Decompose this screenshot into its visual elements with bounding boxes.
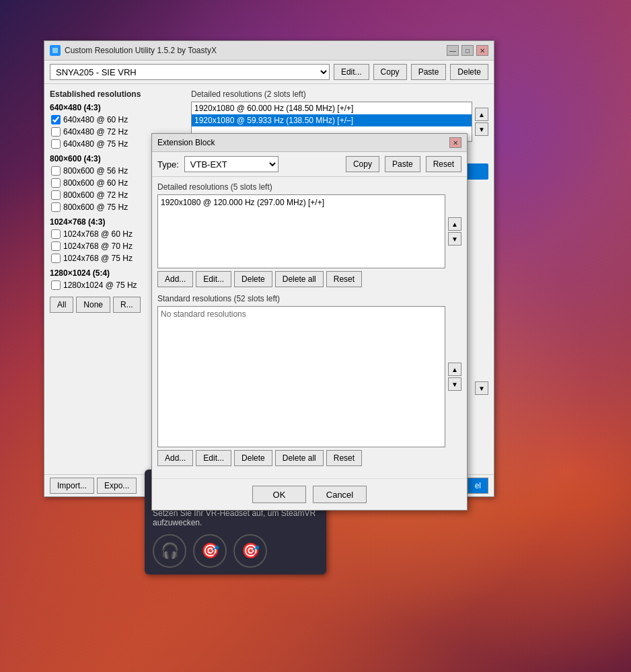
detailed-res-item-1[interactable]: 1920x1080 @ 60.000 Hz (148.50 MHz) [+/+] <box>192 102 472 114</box>
ext-reset-btn[interactable]: Reset <box>426 156 461 172</box>
copy-button[interactable]: Copy <box>373 64 407 80</box>
res-800-75-checkbox[interactable] <box>51 202 61 212</box>
ext-std-reset[interactable]: Reset <box>326 450 362 466</box>
type-label: Type: <box>157 159 179 170</box>
device-select[interactable]: SNYA205 - SIE VRH <box>50 64 330 80</box>
delete-button[interactable]: Delete <box>450 64 488 80</box>
ext-titlebar: Extension Block ✕ <box>152 134 467 152</box>
detail-up-arrow[interactable]: ▲ <box>475 108 488 121</box>
res-1280-75-checkbox[interactable] <box>51 281 61 290</box>
ext-detail-up[interactable]: ▲ <box>448 217 461 231</box>
ext-detail-delete[interactable]: Delete <box>234 271 272 287</box>
ext-toolbar: Type: VTB-EXT Copy Paste Reset <box>152 152 467 177</box>
cancel-button[interactable]: Cancel <box>313 486 367 503</box>
detail-down-arrow[interactable]: ▼ <box>475 122 488 136</box>
res-1024-60-checkbox[interactable] <box>51 229 61 239</box>
ext-std-edit[interactable]: Edit... <box>196 450 231 466</box>
paste-button[interactable]: Paste <box>411 64 447 80</box>
steamvr-headset-icon: 🎧 <box>153 534 186 568</box>
ext-std-up[interactable]: ▲ <box>448 363 461 376</box>
detailed-res-item-2[interactable]: 1920x1080 @ 59.933 Hz (138.50 MHz) [+/–] <box>192 114 472 126</box>
cru-maximize-btn[interactable]: □ <box>461 45 474 56</box>
res-1024-70-checkbox[interactable] <box>51 241 61 251</box>
steamvr-icons: 🎧 🎯 🎯 <box>153 534 318 568</box>
cru-toolbar: SNYA205 - SIE VRH Edit... Copy Paste Del… <box>44 61 494 84</box>
res-800-60-checkbox[interactable] <box>51 178 61 188</box>
ext-footer: OK Cancel <box>152 478 467 510</box>
ext-paste-btn[interactable]: Paste <box>385 156 420 172</box>
none-button[interactable]: None <box>76 297 110 313</box>
res-640-72-label: 640x480 @ 72 Hz <box>63 127 128 137</box>
res-800-72-checkbox[interactable] <box>51 190 61 200</box>
ext-copy-btn[interactable]: Copy <box>346 156 379 172</box>
ok-button[interactable]: OK <box>252 486 306 503</box>
ext-std-add[interactable]: Add... <box>157 450 193 466</box>
svg-rect-1 <box>52 48 58 53</box>
ext-std-down[interactable]: ▼ <box>448 377 461 391</box>
export-btn[interactable]: Expo... <box>97 478 137 494</box>
res-1024-75-checkbox[interactable] <box>51 254 61 263</box>
ext-detail-reset[interactable]: Reset <box>326 271 362 287</box>
ext-std-delete-all[interactable]: Delete all <box>275 450 324 466</box>
res-800-75-label: 800x600 @ 75 Hz <box>63 202 128 212</box>
extension-block-dialog: Extension Block ✕ Type: VTB-EXT Copy Pas… <box>151 133 468 511</box>
res-1280-75-label: 1280x1024 @ 75 Hz <box>63 281 137 290</box>
res-640-60: 640x480 @ 60 Hz <box>50 114 184 126</box>
ext-detail-delete-all[interactable]: Delete all <box>275 271 324 287</box>
ext-std-delete[interactable]: Delete <box>234 450 272 466</box>
no-standard-label: No standard resolutions <box>161 309 246 319</box>
import-btn[interactable]: Import... <box>50 478 94 494</box>
res-1024-60-label: 1024x768 @ 60 Hz <box>63 229 133 239</box>
all-button[interactable]: All <box>50 297 73 313</box>
ext-close-btn[interactable]: ✕ <box>449 137 461 148</box>
ext-detail-actions: Add... Edit... Delete Delete all Reset <box>157 271 461 287</box>
steamvr-text: Setzen Sie Ihr VR-Headset auf, um SteamV… <box>153 509 318 527</box>
ext-body: Detailed resolutions (5 slots left) 1920… <box>152 177 467 478</box>
detailed-res-header: Detailed resolutions (2 slots left) <box>191 89 488 99</box>
cru-titlebar: Custom Resolution Utility 1.5.2 by Toast… <box>44 41 494 61</box>
reset-small-button[interactable]: R... <box>113 297 141 313</box>
res-1024-75-label: 1024x768 @ 75 Hz <box>63 254 133 263</box>
res-800-56-label: 800x600 @ 56 Hz <box>63 166 128 176</box>
res-640-72-checkbox[interactable] <box>51 127 61 137</box>
res-800-72-label: 800x600 @ 72 Hz <box>63 190 128 200</box>
ext-detail-down[interactable]: ▼ <box>448 232 461 246</box>
cru-minimize-btn[interactable]: — <box>447 45 459 56</box>
cru-window-controls: — □ ✕ <box>447 45 488 56</box>
steamvr-controller-icon-1: 🎯 <box>193 534 227 568</box>
cru-app-icon <box>50 45 61 56</box>
ext-title: Extension Block <box>157 138 215 147</box>
ext-detail-add[interactable]: Add... <box>157 271 193 287</box>
res-800-56-checkbox[interactable] <box>51 166 61 176</box>
std-section-label: Standard resolutions (52 slots left) <box>157 294 461 303</box>
cru-title-left: Custom Resolution Utility 1.5.2 by Toast… <box>50 45 217 56</box>
cru-close-btn[interactable]: ✕ <box>476 45 488 56</box>
established-res-header: Established resolutions <box>50 89 184 99</box>
ext-detail-edit[interactable]: Edit... <box>196 271 231 287</box>
ext-standard-res-list[interactable]: No standard resolutions <box>157 306 445 447</box>
res-1024-70-label: 1024x768 @ 70 Hz <box>63 241 133 251</box>
res-800-60-label: 800x600 @ 60 Hz <box>63 178 128 188</box>
detail-section-label: Detailed resolutions (5 slots left) <box>157 182 461 192</box>
ext-std-actions: Add... Edit... Delete Delete all Reset <box>157 450 461 466</box>
res-640-60-checkbox[interactable] <box>51 115 61 124</box>
res-640-60-label: 640x480 @ 60 Hz <box>63 115 128 124</box>
res-640-75-checkbox[interactable] <box>51 139 61 149</box>
cru-window-title: Custom Resolution Utility 1.5.2 by Toast… <box>65 46 217 55</box>
edit-button[interactable]: Edit... <box>334 64 369 80</box>
apply-btn[interactable]: el <box>468 478 488 494</box>
res-640-75-label: 640x480 @ 75 Hz <box>63 139 128 149</box>
ext-detailed-res-list[interactable]: 1920x1080 @ 120.000 Hz (297.00 MHz) [+/+… <box>157 194 445 268</box>
type-select[interactable]: VTB-EXT <box>184 156 279 172</box>
cat-640x480: 640×480 (4:3) <box>50 103 184 112</box>
steamvr-controller-icon-2: 🎯 <box>233 534 267 568</box>
right-scroll-down[interactable]: ▼ <box>475 381 488 395</box>
